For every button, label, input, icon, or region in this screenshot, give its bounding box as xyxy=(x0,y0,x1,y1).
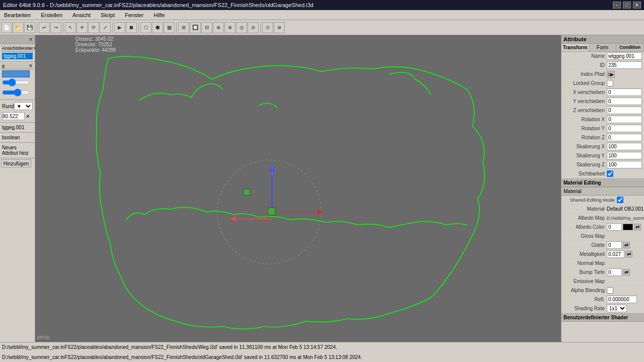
texture-button[interactable]: ▦ xyxy=(164,22,175,33)
skalierung-x-label: Skalierung X xyxy=(561,144,607,149)
ansichtsfenster-label: Ansichtsfenster xyxy=(2,46,33,51)
tab-transform[interactable]: Transform xyxy=(561,44,589,51)
menu-hilfe[interactable]: Hilfe xyxy=(152,12,167,19)
viewport[interactable]: Distanz: 3045.02 Dreiecke: 70352 Eckpunk… xyxy=(35,35,561,342)
alpha-blending-checkbox[interactable] xyxy=(607,287,613,294)
metalligkeit-label: Metalligkeit xyxy=(561,251,607,257)
wireframe-button[interactable]: ⬡ xyxy=(140,22,151,33)
metalligkeit-arrows[interactable]: ⇄ xyxy=(625,251,632,257)
menu-bearbeiten[interactable]: Bearbeiten xyxy=(2,12,33,19)
tool-btn-b[interactable]: 🔲 xyxy=(190,22,201,33)
gloss-map-row: Gloss Map xyxy=(561,232,644,241)
shared-mode-label: Shared-Editing Mode xyxy=(561,197,617,203)
maximize-button[interactable]: □ xyxy=(623,2,631,9)
skalierung-x-input[interactable] xyxy=(607,143,642,150)
name-label: Name xyxy=(561,53,607,59)
tool-btn-h[interactable]: ⊙ xyxy=(262,22,273,33)
menu-skript[interactable]: Skript xyxy=(99,12,117,19)
shared-mode-checkbox[interactable] xyxy=(617,197,623,203)
minimize-button[interactable]: − xyxy=(613,2,621,9)
rotation-y-input[interactable] xyxy=(607,125,642,132)
solid-button[interactable]: ⬢ xyxy=(152,22,163,33)
normal-map-row: Normal Map xyxy=(561,259,644,268)
undo-button[interactable]: ↩ xyxy=(39,22,50,33)
tool-btn-i[interactable]: ⊛ xyxy=(274,22,285,33)
open-button[interactable]: 📂 xyxy=(13,22,24,33)
close-button[interactable]: ✕ xyxy=(633,2,641,9)
statusbar1-text: D:/sebbl/my_summer_car.inFS22/placeables… xyxy=(2,344,337,350)
menu-erstellen[interactable]: Erstellen xyxy=(39,12,64,19)
id-label: ID xyxy=(561,62,607,68)
refl-label: Refl. xyxy=(561,297,607,302)
stop-button[interactable]: ⏹ xyxy=(126,22,137,33)
albedo-color-arrows[interactable]: ⇄ xyxy=(634,224,641,230)
locked-group-checkbox[interactable] xyxy=(607,80,613,86)
rund-dropdown[interactable]: ▼ xyxy=(14,102,33,110)
left-panel-close[interactable]: ✕ xyxy=(29,37,33,42)
sichtbarkeit-checkbox[interactable] xyxy=(607,170,613,177)
slider1[interactable] xyxy=(2,78,30,86)
name-row: Name xyxy=(561,52,644,61)
titlebar: Editor 64bit 9.0.6 - D:/sebbl/my_summer_… xyxy=(0,0,644,10)
albedo-map-row: Albedo Map D:/sebbl/my_summ xyxy=(561,214,644,223)
albedo-color-input[interactable] xyxy=(607,223,622,231)
rotation-y-row: Rotation Y xyxy=(561,124,644,133)
glatte-input[interactable] xyxy=(607,241,622,249)
x-verschieben-input[interactable] xyxy=(607,88,642,96)
svg-rect-8 xyxy=(268,208,275,215)
zoom-input[interactable] xyxy=(2,112,25,120)
move-button[interactable]: ✛ xyxy=(76,22,88,33)
refl-input[interactable] xyxy=(607,296,637,303)
locked-group-label: Locked Group xyxy=(561,80,607,86)
titlebar-controls: − □ ✕ xyxy=(613,2,641,9)
add-attr-text[interactable]: Neues Attribut hinz xyxy=(1,144,34,157)
menu-ansicht[interactable]: Ansicht xyxy=(70,12,93,19)
select-button[interactable]: ↖ xyxy=(65,22,76,33)
bump-tiefe-input[interactable] xyxy=(607,268,622,276)
albedo-color-swatch[interactable] xyxy=(623,224,633,230)
toolbar-sep-1 xyxy=(37,22,37,33)
z-verschieben-input[interactable] xyxy=(607,107,642,114)
rotate-button[interactable]: ⟳ xyxy=(88,22,99,33)
skalierung-z-input[interactable] xyxy=(607,161,642,168)
tool-btn-d[interactable]: ⊕ xyxy=(213,22,224,33)
rotation-x-input[interactable] xyxy=(607,116,642,123)
tab-form[interactable]: Form xyxy=(589,44,617,51)
glatte-arrows[interactable]: ⇄ xyxy=(623,242,630,248)
z-verschieben-label: Z verschieben xyxy=(561,108,607,113)
material-label: Material xyxy=(561,206,607,212)
name-input[interactable] xyxy=(607,52,642,60)
skalierung-y-label: Skalierung Y xyxy=(561,153,607,158)
viewport-svg xyxy=(35,35,561,342)
svg-marker-4 xyxy=(317,209,324,214)
zoom-close[interactable]: ✕ xyxy=(26,114,30,119)
id-row: ID xyxy=(561,61,644,70)
id-input[interactable] xyxy=(607,61,642,69)
play-button[interactable]: ▶ xyxy=(114,22,125,33)
tag-item[interactable]: tggeg.001 xyxy=(2,53,33,59)
y-verschieben-input[interactable] xyxy=(607,98,642,105)
scale-button[interactable]: ⤢ xyxy=(100,22,111,33)
tool-btn-f[interactable]: ◎ xyxy=(236,22,247,33)
tab-condition[interactable]: Condition xyxy=(616,44,644,51)
shading-rate-select[interactable]: 1x1 2x1 2x2 4x2 4x4 xyxy=(607,305,627,312)
bump-tiefe-arrows[interactable]: ⇄ xyxy=(623,269,630,276)
slider2[interactable] xyxy=(2,88,30,97)
new-button[interactable]: 📄 xyxy=(1,22,12,33)
tool-btn-g[interactable]: ⊘ xyxy=(248,22,259,33)
skalierung-y-input[interactable] xyxy=(607,152,642,159)
save-button[interactable]: 💾 xyxy=(24,22,35,33)
tool-btn-a[interactable]: ⊞ xyxy=(178,22,189,33)
metalligkeit-input[interactable] xyxy=(607,250,624,258)
hinzufugen-button[interactable]: Hinzufügen xyxy=(1,159,31,167)
tool-btn-e[interactable]: ⊗ xyxy=(224,22,235,33)
menu-fenster[interactable]: Fenster xyxy=(123,12,145,19)
tool-btn-c[interactable]: ⊟ xyxy=(201,22,212,33)
z-verschieben-row: Z verschieben xyxy=(561,106,644,115)
albedo-color-label: Albedo Color xyxy=(561,224,607,230)
redo-button[interactable]: ↪ xyxy=(50,22,61,33)
index-pfad-button[interactable]: 1▶ xyxy=(607,71,615,78)
section2-close[interactable]: ✕ xyxy=(29,63,33,68)
toolbar-sep-3 xyxy=(112,22,113,33)
rotation-z-input[interactable] xyxy=(607,134,642,141)
